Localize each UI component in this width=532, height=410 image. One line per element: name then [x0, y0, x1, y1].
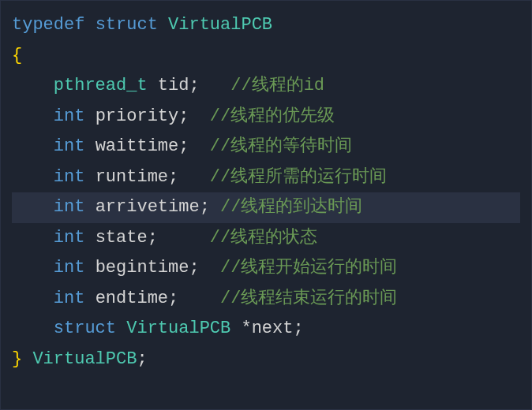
code-line-2: { — [12, 41, 520, 72]
semicolon: ; — [189, 76, 199, 95]
field-type: pthread_t — [54, 76, 148, 95]
comment: //线程的状态 — [210, 228, 317, 248]
comment: //线程结束运行的时间 — [220, 289, 397, 308]
field-name: priority — [96, 106, 179, 126]
field-type: int — [54, 228, 85, 248]
indent — [12, 289, 54, 308]
indent — [12, 76, 54, 95]
code-line-6: int runtime; //线程所需的运行时间 — [12, 162, 520, 193]
code-line-12: } VirtualPCB; — [12, 345, 520, 375]
code-line-8: int state; //线程的状态 — [12, 223, 520, 254]
field-type: int — [54, 106, 85, 126]
field-name: runtime — [96, 167, 168, 187]
keyword-struct: struct — [96, 15, 158, 35]
field-name: endtime — [96, 289, 168, 308]
code-line-4: int priority; //线程的优先级 — [12, 102, 520, 132]
spacer — [200, 258, 220, 278]
indent — [12, 319, 54, 338]
field-name: waittime — [96, 136, 179, 156]
code-line-1: typedef struct VirtualPCB — [12, 10, 520, 41]
indent — [12, 197, 54, 217]
semicolon: ; — [148, 228, 158, 248]
field-type: int — [54, 258, 85, 278]
semicolon: ; — [189, 258, 199, 278]
field-name: next — [252, 319, 294, 338]
keyword-struct: struct — [54, 319, 116, 338]
code-line-3: pthread_t tid; //线程的id — [12, 71, 520, 102]
code-line-11: struct VirtualPCB *next; — [12, 314, 520, 345]
field-name: begintime — [96, 258, 189, 278]
spacer — [189, 106, 209, 126]
open-brace: { — [12, 46, 22, 65]
semicolon: ; — [168, 289, 178, 308]
indent — [12, 167, 54, 187]
comment: //线程的优先级 — [210, 106, 335, 126]
spacer — [200, 76, 231, 95]
field-type: int — [54, 197, 85, 217]
indent — [12, 258, 54, 278]
spacer — [178, 289, 220, 308]
comment: //线程的等待时间 — [210, 136, 352, 156]
keyword-typedef: typedef — [12, 15, 84, 35]
field-name: state — [96, 228, 148, 248]
code-editor[interactable]: typedef struct VirtualPCB { pthread_t ti… — [12, 10, 520, 375]
comment: //线程的到达时间 — [220, 197, 362, 217]
spacer — [210, 197, 220, 217]
indent — [12, 106, 54, 126]
semicolon: ; — [200, 197, 210, 217]
type-name: VirtualPCB — [168, 15, 272, 35]
type-name: VirtualPCB — [126, 319, 230, 338]
semicolon: ; — [168, 167, 178, 187]
field-name: tid — [158, 76, 189, 95]
typedef-name: VirtualPCB — [32, 349, 137, 369]
comment: //线程所需的运行时间 — [210, 167, 387, 187]
code-line-5: int waittime; //线程的等待时间 — [12, 132, 520, 162]
spacer — [178, 167, 210, 187]
semicolon: ; — [293, 319, 303, 338]
code-line-10: int endtime; //线程结束运行的时间 — [12, 284, 520, 315]
code-line-9: int begintime; //线程开始运行的时间 — [12, 253, 520, 284]
code-line-7: int arrivetime; //线程的到达时间 — [12, 192, 520, 223]
spacer — [158, 228, 210, 248]
comment: //线程的id — [230, 76, 324, 95]
field-name: arrivetime — [96, 197, 200, 217]
indent — [12, 136, 54, 156]
comment: //线程开始运行的时间 — [220, 258, 397, 278]
field-type: int — [54, 289, 85, 308]
star: * — [241, 319, 251, 338]
close-brace: } — [12, 349, 22, 369]
field-type: int — [54, 167, 85, 187]
indent — [12, 228, 54, 248]
field-type: int — [54, 136, 85, 156]
spacer — [189, 136, 209, 156]
semicolon: ; — [178, 136, 189, 156]
semicolon: ; — [178, 106, 189, 126]
semicolon: ; — [137, 349, 147, 369]
